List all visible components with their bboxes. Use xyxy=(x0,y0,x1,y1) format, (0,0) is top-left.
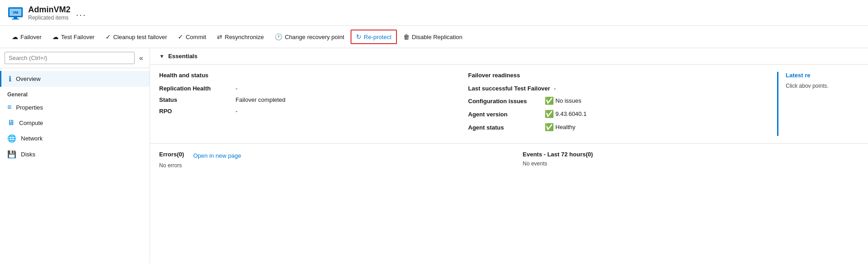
rpo-row: RPO - xyxy=(159,108,450,115)
overview-label: Overview xyxy=(16,75,40,82)
essentials-body: Health and status Replication Health - S… xyxy=(150,65,868,144)
resynchronize-label: Resynchronize xyxy=(225,34,264,40)
commit-button[interactable]: ✓ Commit xyxy=(173,30,211,43)
agent-status-row: Agent status ✅ Healthy xyxy=(468,123,759,131)
main-layout: « ℹ Overview General ≡ Properties 🖥 Comp… xyxy=(0,48,868,263)
replication-health-row: Replication Health - xyxy=(159,85,450,92)
essentials-header[interactable]: ▼ Essentials xyxy=(150,48,868,65)
change-recovery-point-button[interactable]: 🕐 Change recovery point xyxy=(270,30,349,43)
svg-rect-3 xyxy=(14,17,17,19)
network-label: Network xyxy=(21,135,43,142)
config-issues-value: No issues xyxy=(556,97,582,104)
replication-health-value: - xyxy=(236,85,237,92)
sidebar-nav: ℹ Overview General ≡ Properties 🖥 Comput… xyxy=(0,68,150,165)
failover-button[interactable]: ☁ Failover xyxy=(7,30,46,43)
recovery-point-icon: 🕐 xyxy=(275,33,282,40)
sidebar-search-area: « xyxy=(0,48,150,68)
config-issues-row: Configuration issues ✅ No issues xyxy=(468,96,759,105)
sidebar-item-overview[interactable]: ℹ Overview xyxy=(0,71,150,87)
failover-readiness-title: Failover readiness xyxy=(468,72,759,79)
latest-panel-text: Click abov points. xyxy=(786,82,852,90)
vm-icon: VM xyxy=(7,5,24,21)
agent-version-label: Agent version xyxy=(468,111,541,118)
no-events-text: No events xyxy=(523,160,859,167)
latest-panel-title: Latest re xyxy=(786,72,852,79)
status-value: Failover completed xyxy=(236,96,286,103)
cleanup-icon: ✓ xyxy=(105,33,111,40)
agent-version-row: Agent version ✅ 9.43.6040.1 xyxy=(468,110,759,118)
agent-status-value: Healthy xyxy=(556,124,576,130)
no-errors-text: No errors xyxy=(159,162,496,169)
agent-status-value-area: ✅ Healthy xyxy=(545,123,576,131)
re-protect-button[interactable]: ↻ Re-protect xyxy=(351,30,397,44)
commit-label: Commit xyxy=(186,34,206,40)
disable-replication-icon: 🗑 xyxy=(403,33,410,40)
events-area: Events - Last 72 hours(0) No events xyxy=(523,151,859,169)
re-protect-icon: ↻ xyxy=(356,33,361,40)
collapse-button[interactable]: « xyxy=(137,52,145,64)
agent-status-check-icon: ✅ xyxy=(545,123,554,131)
page-subtitle: Replicated items xyxy=(28,15,70,21)
cleanup-test-failover-button[interactable]: ✓ Cleanup test failover xyxy=(101,30,172,43)
replication-health-label: Replication Health xyxy=(159,85,232,92)
resynchronize-button[interactable]: ⇄ Resynchronize xyxy=(212,30,268,43)
config-issues-check-icon: ✅ xyxy=(545,96,554,105)
agent-status-label: Agent status xyxy=(468,124,541,131)
failover-label: Failover xyxy=(20,34,41,40)
last-test-failover-row: Last successful Test Failover - xyxy=(468,85,759,92)
latest-recovery-panel: Latest re Click abov points. xyxy=(777,72,859,136)
failover-icon: ☁ xyxy=(12,33,18,40)
agent-version-check-icon: ✅ xyxy=(545,110,554,118)
health-status-col: Health and status Replication Health - S… xyxy=(159,72,450,136)
disks-label: Disks xyxy=(21,151,35,158)
compute-label: Compute xyxy=(19,120,43,126)
disks-icon: 💾 xyxy=(7,150,16,159)
test-failover-button[interactable]: ☁ Test Failover xyxy=(48,30,99,43)
test-failover-label: Test Failover xyxy=(61,34,95,40)
resync-icon: ⇄ xyxy=(217,33,222,40)
disable-replication-label: Disable Replication xyxy=(412,34,462,40)
overview-icon: ℹ xyxy=(9,75,11,83)
commit-icon: ✓ xyxy=(178,33,183,40)
health-status-title: Health and status xyxy=(159,72,450,79)
toolbar: ☁ Failover ☁ Test Failover ✓ Cleanup tes… xyxy=(0,26,868,48)
change-recovery-point-label: Change recovery point xyxy=(285,34,344,40)
more-options-icon[interactable]: ... xyxy=(76,8,86,18)
cleanup-label: Cleanup test failover xyxy=(113,34,167,40)
sidebar: « ℹ Overview General ≡ Properties 🖥 Comp… xyxy=(0,48,150,263)
open-in-new-page-link[interactable]: Open in new page xyxy=(193,152,241,159)
search-input[interactable] xyxy=(5,52,135,64)
bottom-section: Errors(0) Open in new page No errors Eve… xyxy=(150,144,868,176)
errors-area: Errors(0) Open in new page No errors xyxy=(159,151,496,169)
errors-header-row: Errors(0) Open in new page xyxy=(159,151,496,160)
last-test-failover-label: Last successful Test Failover xyxy=(468,85,550,92)
network-icon: 🌐 xyxy=(7,134,16,143)
config-issues-value-area: ✅ No issues xyxy=(545,96,582,105)
general-section-label: General xyxy=(0,87,150,100)
page-title: AdminVM2 xyxy=(28,5,70,15)
sidebar-item-disks[interactable]: 💾 Disks xyxy=(0,146,150,162)
page-header: VM AdminVM2 Replicated items ... xyxy=(0,0,868,26)
sidebar-item-compute[interactable]: 🖥 Compute xyxy=(0,115,150,130)
agent-version-value-area: ✅ 9.43.6040.1 xyxy=(545,110,587,118)
re-protect-label: Re-protect xyxy=(364,34,391,40)
events-title: Events - Last 72 hours(0) xyxy=(523,151,859,158)
properties-icon: ≡ xyxy=(7,103,11,111)
rpo-label: RPO xyxy=(159,108,232,115)
svg-text:VM: VM xyxy=(13,10,18,15)
rpo-value: - xyxy=(236,108,237,115)
test-failover-icon: ☁ xyxy=(52,33,59,40)
essentials-chevron-icon: ▼ xyxy=(159,53,165,60)
status-row: Status Failover completed xyxy=(159,96,450,103)
essentials-title: Essentials xyxy=(168,53,197,60)
sidebar-item-properties[interactable]: ≡ Properties xyxy=(0,100,150,115)
errors-title: Errors(0) xyxy=(159,151,184,158)
last-test-failover-value: - xyxy=(554,85,556,92)
disable-replication-button[interactable]: 🗑 Disable Replication xyxy=(399,30,467,43)
config-issues-label: Configuration issues xyxy=(468,98,541,105)
failover-readiness-col: Failover readiness Last successful Test … xyxy=(468,72,759,136)
sidebar-item-network[interactable]: 🌐 Network xyxy=(0,130,150,146)
svg-rect-4 xyxy=(12,19,19,20)
properties-label: Properties xyxy=(16,104,43,111)
status-label: Status xyxy=(159,96,232,103)
